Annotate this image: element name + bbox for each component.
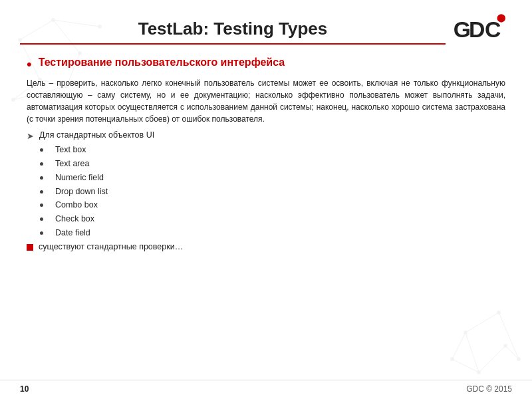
bullet-icon [40,176,43,180]
list-item: Drop down list [40,186,505,198]
gdc-logo-icon: G D C [452,12,505,45]
logo: G D C [452,12,512,48]
bullet-icon [40,231,43,235]
item-text: Text box [55,144,86,156]
svg-text:D: D [469,17,485,42]
bullet-icon [40,148,43,152]
list-item: Text area [40,158,505,170]
item-text: Numeric field [55,172,104,184]
arrow-right-icon: ➤ [27,131,34,141]
list-item: Numeric field [40,172,505,184]
copyright-text: GDC © 2015 [466,384,512,394]
item-text: Text area [55,158,89,170]
footer-note: существуют стандартные проверки… [39,242,183,251]
description-paragraph: Цель – проверить, насколько легко конечн… [27,77,505,125]
svg-point-31 [497,14,505,22]
list-item: Date field [40,227,505,239]
section-heading: • Тестирование пользовательского интерфе… [27,56,505,73]
item-text: Combo box [55,199,98,211]
bullet-icon [40,203,43,207]
red-square-row: существуют стандартные проверки… [27,242,505,251]
page-title: TestLab: Testing Types [20,19,446,39]
bullet-icon [40,217,43,221]
item-text: Date field [55,227,90,239]
arrow-row: ➤ Для стандартных объектов UI [27,130,505,141]
list-item: Check box [40,213,505,225]
red-bullet-icon: • [27,56,32,73]
arrow-label: Для стандартных объектов UI [39,130,154,140]
list-item: Combo box [40,199,505,211]
footer: 10 GDC © 2015 [0,380,532,399]
title-area: TestLab: Testing Types [20,12,446,45]
slide-container: TestLab: Testing Types G D C • Тестирова… [0,0,532,399]
ui-items-list: Text box Text area Numeric field Drop do… [40,144,505,239]
item-text: Check box [55,213,94,225]
title-underline [20,43,446,45]
section-title: Тестирование пользовательского интерфейс… [39,56,285,70]
list-item: Text box [40,144,505,156]
bullet-icon [40,162,43,166]
red-square-icon [27,244,33,251]
main-body: • Тестирование пользовательского интерфе… [0,48,532,380]
bullet-icon [40,190,43,194]
header: TestLab: Testing Types G D C [0,0,532,48]
item-text: Drop down list [55,186,108,198]
page-number: 10 [20,384,29,394]
